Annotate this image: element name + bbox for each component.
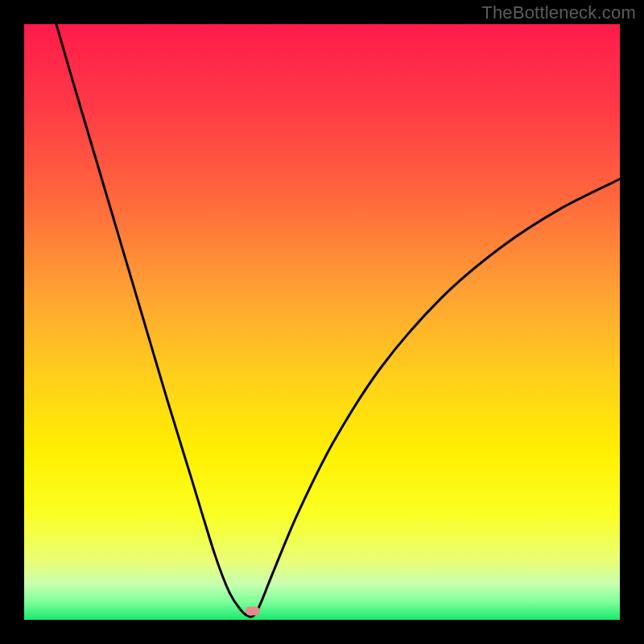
plot-area — [24, 24, 620, 620]
chart-frame: TheBottleneck.com — [0, 0, 644, 644]
bottleneck-curve — [24, 24, 620, 620]
curve-path — [56, 24, 620, 617]
optimal-marker — [246, 606, 260, 615]
watermark-text: TheBottleneck.com — [481, 2, 636, 23]
